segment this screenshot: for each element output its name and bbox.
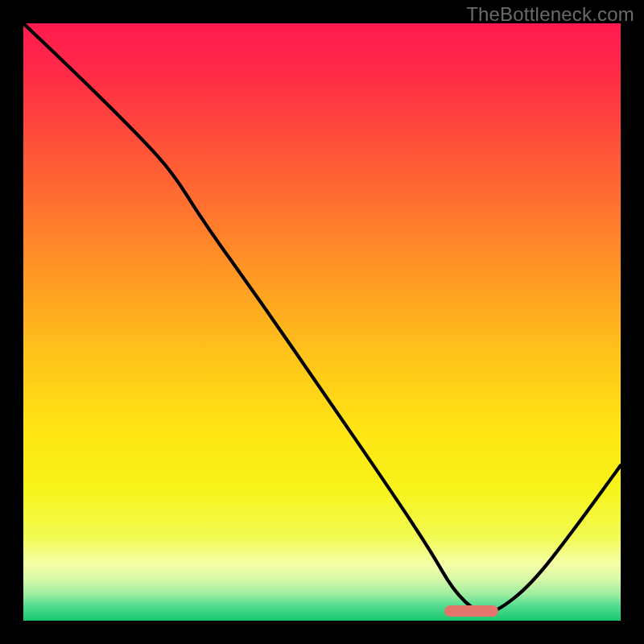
chart-frame: TheBottleneck.com	[0, 0, 644, 644]
optimum-marker	[444, 605, 498, 617]
watermark-text: TheBottleneck.com	[466, 3, 634, 26]
bottleneck-curve	[23, 23, 621, 621]
plot-area	[23, 23, 621, 621]
